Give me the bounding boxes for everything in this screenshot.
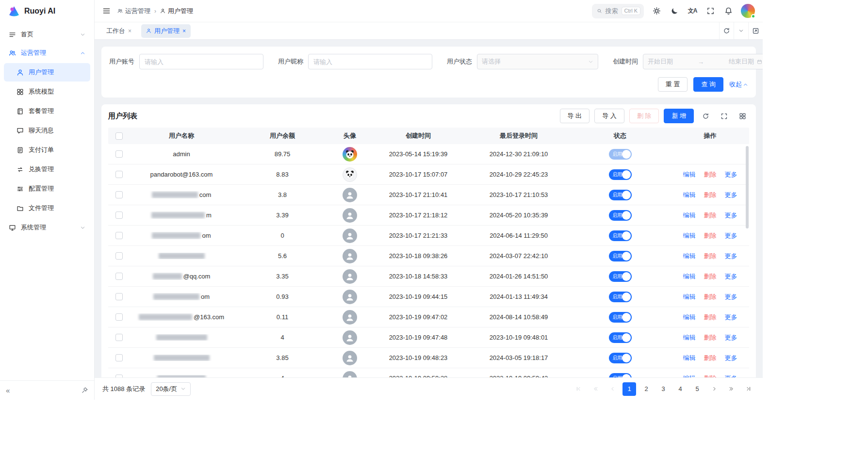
more-link[interactable]: 更多 <box>725 293 737 301</box>
tab-user-management[interactable]: 用户管理 × <box>141 24 191 38</box>
row-checkbox[interactable] <box>115 354 123 361</box>
status-toggle[interactable]: 启用 <box>609 190 632 200</box>
user-avatar[interactable] <box>741 4 755 18</box>
row-checkbox[interactable] <box>115 150 123 158</box>
breadcrumb-user-management[interactable]: 用户管理 <box>160 7 193 16</box>
delete-link[interactable]: 删除 <box>704 313 717 322</box>
table-scrollbar[interactable] <box>745 145 749 377</box>
delete-link[interactable]: 删除 <box>704 374 717 378</box>
row-checkbox[interactable] <box>115 232 123 239</box>
tab-workbench[interactable]: 工作台 × <box>101 24 136 38</box>
page-size-select[interactable]: 20条/页 <box>151 382 191 396</box>
status-toggle[interactable]: 启用 <box>609 353 632 363</box>
row-checkbox[interactable] <box>115 252 123 260</box>
row-checkbox[interactable] <box>115 171 123 178</box>
edit-link[interactable]: 编辑 <box>683 211 696 220</box>
delete-link[interactable]: 删除 <box>704 354 717 362</box>
edit-link[interactable]: 编辑 <box>683 252 696 261</box>
page-button-2[interactable]: 2 <box>639 382 653 396</box>
edit-link[interactable]: 编辑 <box>683 191 696 199</box>
row-checkbox[interactable] <box>115 334 123 341</box>
edit-link[interactable]: 编辑 <box>683 333 696 342</box>
delete-button[interactable]: 删 除 <box>629 109 659 123</box>
status-toggle[interactable]: 启用 <box>609 169 632 180</box>
edit-link[interactable]: 编辑 <box>683 170 696 179</box>
status-toggle[interactable]: 启用 <box>609 332 632 343</box>
sidebar-item-exchange[interactable]: 兑换管理 <box>4 160 90 179</box>
status-toggle[interactable]: 启用 <box>609 230 632 241</box>
sidebar-item-user-management[interactable]: 用户管理 <box>4 63 90 82</box>
collapse-filters-link[interactable]: 收起 <box>729 80 748 89</box>
more-link[interactable]: 更多 <box>725 231 737 240</box>
column-settings-icon[interactable] <box>736 109 749 123</box>
edit-link[interactable]: 编辑 <box>683 272 696 281</box>
next-page-button[interactable] <box>707 382 721 396</box>
status-toggle[interactable]: 启用 <box>609 271 632 282</box>
import-button[interactable]: 导 入 <box>594 109 624 123</box>
prev-page-button[interactable] <box>606 382 619 396</box>
delete-link[interactable]: 删除 <box>704 333 717 342</box>
account-input[interactable] <box>139 54 263 69</box>
add-button[interactable]: 新 增 <box>664 109 694 123</box>
more-link[interactable]: 更多 <box>725 252 737 261</box>
refresh-tab-icon[interactable] <box>719 22 734 39</box>
status-toggle[interactable]: 启用 <box>609 251 632 261</box>
page-button-5[interactable]: 5 <box>690 382 704 396</box>
language-icon[interactable]: 文A <box>687 6 698 16</box>
maximize-view-icon[interactable] <box>748 22 763 39</box>
more-link[interactable]: 更多 <box>725 170 737 179</box>
delete-link[interactable]: 删除 <box>704 252 717 261</box>
fullscreen-table-icon[interactable] <box>717 109 731 123</box>
edit-link[interactable]: 编辑 <box>683 231 696 240</box>
more-link[interactable]: 更多 <box>725 354 737 362</box>
reset-button[interactable]: 重 置 <box>658 77 688 92</box>
search-button[interactable]: 查 询 <box>693 77 723 92</box>
status-select[interactable]: 请选择 <box>477 54 598 69</box>
status-toggle[interactable]: 启用 <box>609 292 632 302</box>
sidebar-item-files[interactable]: 文件管理 <box>4 199 90 217</box>
hamburger-menu-icon[interactable] <box>102 7 111 15</box>
notifications-bell-icon[interactable] <box>723 6 734 16</box>
more-link[interactable]: 更多 <box>725 313 737 322</box>
delete-link[interactable]: 删除 <box>704 191 717 199</box>
row-checkbox[interactable] <box>115 375 123 377</box>
edit-link[interactable]: 编辑 <box>683 313 696 322</box>
breadcrumb-operations[interactable]: 运营管理 <box>117 7 150 16</box>
global-search[interactable]: 搜索 Ctrl K <box>592 4 644 18</box>
first-page-button[interactable] <box>572 382 585 396</box>
status-toggle[interactable]: 启用 <box>609 149 632 160</box>
scrollbar-thumb[interactable] <box>746 146 749 228</box>
pin-icon[interactable] <box>81 387 88 394</box>
fullscreen-icon[interactable] <box>705 6 716 16</box>
more-link[interactable]: 更多 <box>725 211 737 220</box>
page-button-1[interactable]: 1 <box>622 382 636 396</box>
status-toggle[interactable]: 启用 <box>609 373 632 378</box>
sidebar-item-system-management[interactable]: 系统管理 <box>4 218 90 237</box>
page-button-3[interactable]: 3 <box>656 382 670 396</box>
settings-icon[interactable] <box>651 6 662 16</box>
date-range-picker[interactable]: 开始日期 → 结束日期 <box>643 54 763 69</box>
delete-link[interactable]: 删除 <box>704 272 717 281</box>
refresh-list-icon[interactable] <box>699 109 712 123</box>
select-all-checkbox[interactable] <box>115 132 123 140</box>
tab-menu-chevron-icon[interactable] <box>734 22 748 39</box>
close-tab-icon[interactable]: × <box>182 28 186 34</box>
edit-link[interactable]: 编辑 <box>683 374 696 378</box>
export-button[interactable]: 导 出 <box>560 109 590 123</box>
sidebar-item-home[interactable]: 首页 <box>4 25 90 44</box>
last-page-button[interactable] <box>741 382 755 396</box>
close-tab-icon[interactable]: × <box>128 28 131 34</box>
page-button-4[interactable]: 4 <box>673 382 687 396</box>
sidebar-item-system-models[interactable]: 系统模型 <box>4 82 90 101</box>
more-link[interactable]: 更多 <box>725 272 737 281</box>
nickname-input[interactable] <box>308 54 432 69</box>
sidebar-item-payment-orders[interactable]: 支付订单 <box>4 141 90 159</box>
row-checkbox[interactable] <box>115 212 123 219</box>
sidebar-item-operations[interactable]: 运营管理 <box>4 44 90 62</box>
edit-link[interactable]: 编辑 <box>683 293 696 301</box>
next-10-pages-button[interactable] <box>724 382 738 396</box>
sidebar-item-configuration[interactable]: 配置管理 <box>4 180 90 198</box>
row-checkbox[interactable] <box>115 293 123 300</box>
sidebar-item-packages[interactable]: 套餐管理 <box>4 102 90 120</box>
delete-link[interactable]: 删除 <box>704 211 717 220</box>
